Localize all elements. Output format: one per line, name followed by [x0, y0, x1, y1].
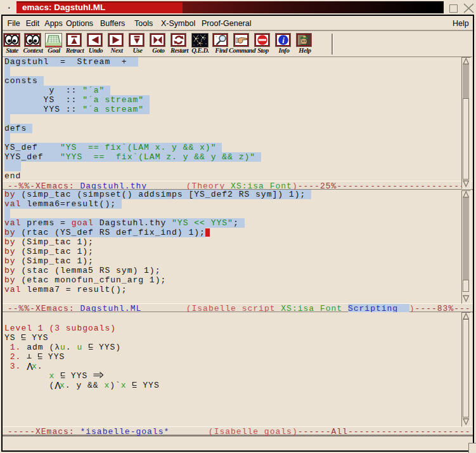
svg-text:i: i [282, 36, 285, 45]
